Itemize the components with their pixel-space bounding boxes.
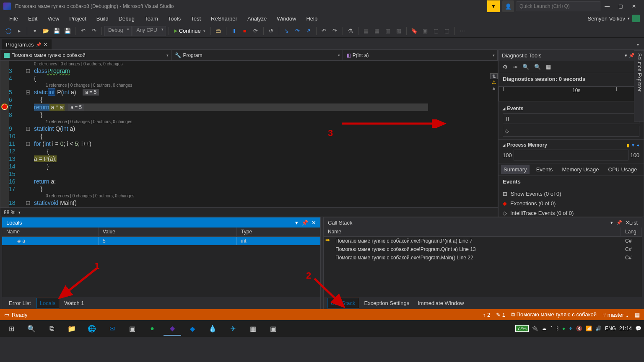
tab-dropdown-icon[interactable]: ▾ [634,39,644,49]
platform-combo[interactable]: Any CPU [132,26,166,36]
bluetooth-icon[interactable]: ᛒ [556,326,559,331]
app2-icon[interactable]: ▦ [244,321,262,336]
locals-header[interactable]: Locals ▾📌✕ [2,217,320,228]
start-button[interactable]: ⊞ [3,321,20,336]
t8-icon[interactable]: ⋯ [457,26,467,36]
volume-icon[interactable]: 🔇 [576,326,582,331]
reset-zoom-icon[interactable]: ▦ [546,64,551,70]
step-into-icon[interactable]: ↘ [282,26,292,36]
menu-test[interactable]: Test [186,14,206,23]
show-events-link[interactable]: ⊞Show Events (0 of 0) [499,189,644,199]
callstack-row[interactable]: Помогаю маме гуляю с собакой.exe!Program… [324,253,642,262]
explorer-icon[interactable]: 📁 [63,321,80,336]
maximize-button[interactable]: ▢ [614,0,627,12]
tab-program-cs[interactable]: Program.cs 📌 ✕ [2,39,52,49]
tab-watch-1[interactable]: Watch 1 [61,298,87,308]
onedrive-icon[interactable]: ☁ [542,326,547,331]
minimize-button[interactable]: — [600,0,614,12]
tab-cpu[interactable]: CPU Usage [606,165,640,174]
namespace-combo[interactable]: Помогаю маме гуляю с собакой [0,50,171,60]
step-over-icon[interactable]: ↷ [293,26,303,36]
t4-icon[interactable]: ▧ [394,26,404,36]
t6-icon[interactable]: ▢ [431,26,441,36]
menu-team[interactable]: Team [140,14,163,23]
open-file-icon[interactable]: 📂 [41,26,51,36]
callstack-row[interactable]: ➡ Помогаю маме гуляю с собакой.exe!Progr… [324,237,642,245]
tab-exception-settings[interactable]: Exception Settings [361,298,413,308]
menu-view[interactable]: View [42,14,64,23]
outlook-icon[interactable]: ✉ [103,321,121,336]
breakpoint-icon[interactable] [2,104,8,110]
tab-call-stack[interactable]: Call Stack [327,298,359,308]
warning-marker-icon[interactable]: ⚠ [490,79,498,85]
diagnostics-header[interactable]: Diagnostic Tools ▾ 📌 ✕ [499,50,644,61]
restart-icon[interactable]: ⟳ [251,26,261,36]
bookmark-icon[interactable]: 🔖 [409,26,419,36]
step-out-icon[interactable]: ↗ [304,26,314,36]
tab-immediate-window[interactable]: Immediate Window [414,298,467,308]
menu-debug[interactable]: Debug [114,14,140,23]
tab-error-list[interactable]: Error List [5,298,34,308]
memory-section[interactable]: Process Memory ▮ ▼ ● [503,142,639,148]
gear-icon[interactable]: ⚙ [503,64,508,70]
pending-edits-icon[interactable]: ✎ 1 [496,312,505,318]
tray-up-icon[interactable]: ˄ [550,326,553,331]
t1-icon[interactable]: ▤ [361,26,371,36]
intellitrace-icon[interactable]: ⚗ [345,26,356,36]
lang-indicator[interactable]: ENG [605,326,616,331]
export-icon[interactable]: ⇥ [513,64,517,70]
quick-launch-input[interactable] [517,1,600,11]
notifications-tray-icon[interactable]: 💬 [635,326,641,331]
menu-tools[interactable]: Tools [163,14,186,23]
cs-dropdown-icon[interactable]: ▾ [610,220,613,225]
show-next-icon[interactable]: ↺ [266,26,276,36]
repo-icon[interactable]: ▦ [635,312,640,318]
user-avatar-icon[interactable] [632,15,640,22]
menu-build[interactable]: Build [91,14,114,23]
tab-summary[interactable]: Summary [501,165,530,174]
undo2-icon[interactable]: ↶ [319,26,329,36]
scroll-up-icon[interactable]: ▲ [490,85,498,91]
events-section[interactable]: Events [503,106,639,111]
feedback-icon[interactable]: 👤 [502,0,514,12]
undo-icon[interactable]: ↶ [78,26,88,36]
menu-analyze[interactable]: Analyze [242,14,272,23]
clock[interactable]: 21:14 [619,326,632,331]
tab-close-icon[interactable]: ✕ [44,42,47,47]
cs-close-icon[interactable]: ✕ [626,220,629,225]
fold-margin[interactable]: ⊟ ⊟ ⊟⊟ ⊟ [26,61,31,207]
battery-indicator[interactable]: 77% [515,325,529,332]
tab-locals[interactable]: Locals [36,298,60,308]
wifi-icon[interactable]: 📶 [586,326,592,331]
t2-icon[interactable]: ▦ [372,26,382,36]
cs-pin-icon[interactable]: 📌 [616,220,622,225]
app3-icon[interactable]: ▣ [264,321,282,336]
menu-help[interactable]: Help [301,14,322,23]
class-combo[interactable]: 🔧Program [171,50,343,60]
locals-pin-icon[interactable]: 📌 [301,220,308,226]
menu-resharper[interactable]: ReSharper [206,14,242,23]
callstack-row[interactable]: Помогаю маме гуляю с собакой.exe!Program… [324,245,642,253]
nav-back-icon[interactable]: ◯ [3,26,13,36]
zoom-in-icon[interactable]: 🔍 [522,64,529,70]
new-item-icon[interactable]: ▾ [30,26,40,36]
publish-icon[interactable]: ↑ 2 [483,312,490,318]
power-icon[interactable]: 🔌 [532,326,538,331]
close-button[interactable]: ✕ [627,0,641,12]
source-control-icon[interactable]: ⧉ Помогаю маме гуляю с собакой [511,311,597,318]
pin-icon[interactable]: 📌 [36,42,41,47]
zoom-dropdown-icon[interactable]: ▾ [18,210,21,215]
exceptions-link[interactable]: ◆Exceptions (0 of 0) [499,199,644,208]
zoom-out-icon[interactable]: 🔍 [534,64,541,70]
tab-memory[interactable]: Memory Usage [559,165,601,174]
save-icon[interactable]: 💾 [52,26,62,36]
chrome-icon[interactable]: 🌐 [83,321,101,336]
locals-row[interactable]: ◈ a 5 int [2,237,320,245]
spotify-icon[interactable]: ● [143,321,161,336]
redo-icon[interactable]: ↷ [89,26,99,36]
vscode-icon[interactable]: ◆ [184,321,201,336]
app1-icon[interactable]: 💧 [204,321,221,336]
save-all-icon[interactable]: 💾 [62,26,73,36]
t3-icon[interactable]: ▥ [383,26,393,36]
search-icon[interactable]: 🔍 [23,321,40,336]
